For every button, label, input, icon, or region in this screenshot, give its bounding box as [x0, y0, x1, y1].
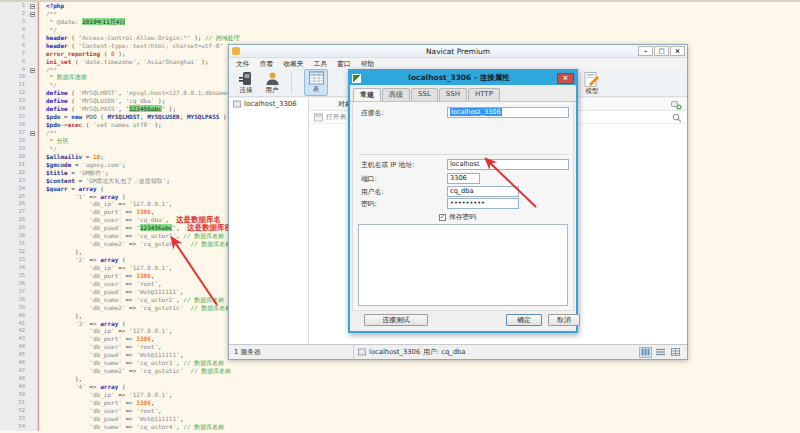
maximize-button[interactable]: □	[654, 46, 669, 56]
line-number: 4	[0, 26, 28, 34]
test-connection-button[interactable]: 连接测试	[364, 314, 428, 326]
port-input[interactable]: 3306	[447, 173, 480, 184]
line-number: 43	[0, 335, 28, 343]
code-text: * @date: 2019年11月4日	[38, 18, 125, 26]
line-number: 2	[0, 10, 28, 18]
cancel-button[interactable]: 取消	[548, 314, 580, 326]
line-number: 20	[0, 153, 28, 161]
menu-bar: 文件查看收藏夹工具窗口帮助	[229, 58, 687, 69]
users-button[interactable]: 用户	[259, 70, 285, 96]
line-number: 18	[0, 137, 28, 145]
status-user: 用户: cq_dba	[423, 347, 465, 357]
fold-gutter	[28, 216, 38, 224]
fold-gutter	[28, 97, 38, 105]
connection-name-input[interactable]: localhost_3306	[447, 107, 569, 118]
dialog-tab-高级[interactable]: 高级	[382, 88, 410, 101]
menu-item[interactable]: 文件	[231, 59, 255, 69]
password-row: 密码: •••••••••	[361, 198, 565, 209]
table-button[interactable]: 表	[304, 69, 328, 96]
code-text: * 分区	[38, 137, 69, 145]
fold-collapse-icon	[30, 4, 35, 9]
code-text: $quarr = array (	[38, 185, 104, 193]
sidebar-item-connection[interactable]: localhost_3306	[229, 98, 308, 110]
fold-gutter	[28, 327, 38, 335]
ok-button[interactable]: 确定	[506, 314, 542, 326]
code-text: $content = 'GM发送大礼包了，速度领取';	[38, 177, 170, 185]
dialog-tab-HTTP[interactable]: HTTP	[468, 88, 500, 101]
navicat-titlebar[interactable]: Navicat Premium – □ ×	[229, 45, 687, 58]
selected-text: localhost_3306	[450, 108, 502, 116]
line-number: 10	[0, 73, 28, 81]
fold-gutter	[28, 113, 38, 121]
dialog-close-button[interactable]: ×	[557, 73, 574, 84]
fold-gutter	[28, 415, 38, 423]
navicat-app-icon	[232, 47, 240, 55]
fold-gutter[interactable]	[28, 10, 38, 18]
line-number: 42	[0, 327, 28, 335]
menu-item[interactable]: 帮助	[356, 59, 380, 69]
line-number: 31	[0, 240, 28, 248]
code-text: /**	[38, 66, 57, 74]
line-number: 47	[0, 367, 28, 375]
code-text: ),	[38, 312, 82, 320]
dialog-tab-SSH[interactable]: SSH	[439, 88, 467, 101]
username-row: 用户名: cq_dba	[361, 186, 565, 197]
host-input[interactable]: localhost	[447, 159, 569, 170]
fold-gutter	[28, 73, 38, 81]
fold-gutter	[28, 335, 38, 343]
line-number: 24	[0, 185, 28, 193]
port-label: 端口:	[361, 174, 377, 184]
minimize-button[interactable]: –	[638, 46, 653, 56]
fold-gutter	[28, 105, 38, 113]
window-title: Navicat Premium	[229, 47, 687, 56]
open-table-button[interactable]: 打开表	[326, 112, 346, 122]
save-password-checkbox[interactable]: ✓	[439, 214, 446, 221]
fold-collapse-icon	[30, 68, 35, 73]
model-label: 模型	[586, 87, 599, 95]
fold-gutter	[28, 280, 38, 288]
fold-gutter	[28, 169, 38, 177]
password-input[interactable]: •••••••••	[447, 198, 519, 209]
connect-label: 连接	[240, 86, 253, 94]
list-view-button[interactable]	[654, 347, 667, 358]
connection-name: localhost_3306	[244, 100, 297, 108]
fold-gutter[interactable]	[28, 2, 38, 10]
code-line: 4 */	[0, 26, 800, 34]
line-number: 29	[0, 224, 28, 232]
fold-gutter	[28, 423, 38, 431]
grid-view-icon	[641, 348, 650, 356]
dialog-tab-常规[interactable]: 常规	[353, 88, 381, 101]
close-button[interactable]: ×	[670, 46, 685, 56]
connect-button[interactable]: 连接	[233, 70, 259, 96]
fold-gutter	[28, 121, 38, 129]
status-bar: 1 服务器 localhost_3306 用户: cq_dba	[229, 344, 687, 359]
search-button[interactable]	[672, 108, 682, 127]
line-number: 46	[0, 359, 28, 367]
line-number: 3	[0, 18, 28, 26]
code-text: 'db_name2' => 'cq_gstatic' // 数据库名称	[38, 240, 231, 248]
menu-item[interactable]: 工具	[309, 59, 333, 69]
detail-view-button[interactable]	[669, 347, 682, 358]
model-button[interactable]: 模型	[579, 71, 605, 97]
fold-gutter[interactable]	[28, 66, 38, 74]
code-text: */	[38, 26, 57, 34]
fold-gutter	[28, 58, 38, 66]
code-line: 1<?php	[0, 2, 800, 10]
code-text: header ( "Access-Control-Allow-Origin:*"…	[38, 34, 240, 42]
menu-item[interactable]: 收藏夹	[278, 59, 308, 69]
fold-gutter[interactable]	[28, 129, 38, 137]
fold-gutter	[28, 208, 38, 216]
username-input[interactable]: cq_dba	[447, 186, 519, 197]
port-row: 端口: 3306	[361, 173, 565, 184]
grid-view-button[interactable]	[639, 347, 652, 358]
dialog-tab-SSL[interactable]: SSL	[411, 88, 438, 101]
menu-item[interactable]: 查看	[255, 59, 279, 69]
fold-gutter	[28, 26, 38, 34]
dialog-titlebar[interactable]: localhost_3306 - 连接属性 ×	[350, 71, 576, 85]
connection-name-label: 连接名:	[361, 108, 384, 118]
line-number: 45	[0, 351, 28, 359]
code-text: $pdo = new PDO ( MYSQLHOST, MYSQLUSER, M…	[38, 113, 230, 121]
menu-item[interactable]: 窗口	[332, 59, 356, 69]
dialog-buttons: 连接测试 确定 取消	[352, 314, 574, 327]
code-text: * 数据库连接	[38, 73, 87, 81]
